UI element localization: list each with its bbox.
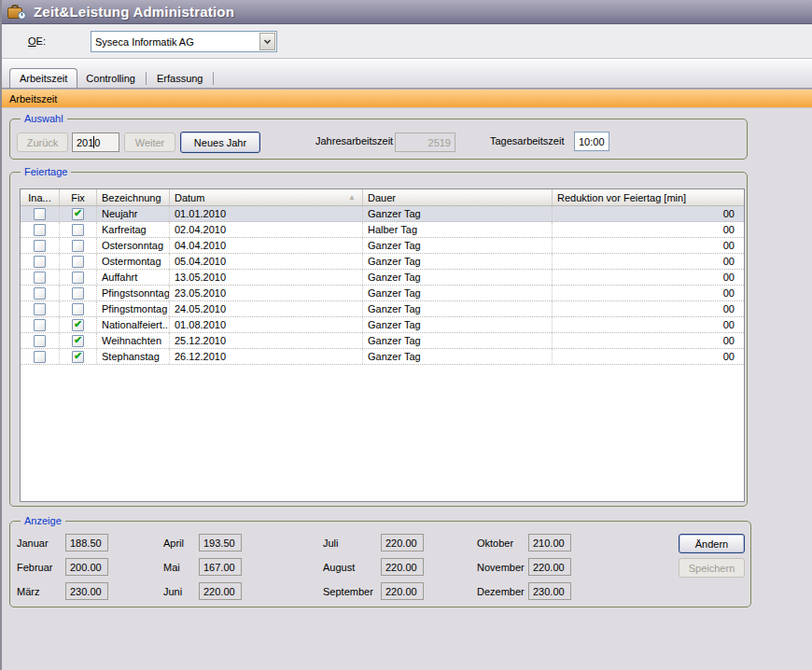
holiday-reduction: 00 bbox=[553, 270, 744, 285]
inactive-checkbox[interactable] bbox=[21, 270, 60, 285]
inactive-checkbox[interactable] bbox=[21, 317, 60, 332]
inactive-checkbox[interactable] bbox=[21, 349, 60, 364]
column-header-inactive[interactable]: Ina... bbox=[21, 189, 60, 205]
table-row[interactable]: Pfingstmontag 24.05.2010 Ganzer Tag 00 bbox=[21, 301, 744, 317]
auswahl-legend: Auswahl bbox=[21, 113, 67, 124]
holiday-name: Nationalfeiert... bbox=[97, 317, 170, 332]
month-value-field: 200.00 bbox=[65, 558, 108, 576]
fix-checkbox[interactable] bbox=[60, 286, 97, 300]
holiday-date: 05.04.2010 bbox=[170, 254, 363, 269]
fix-checkbox[interactable] bbox=[60, 301, 97, 316]
checkbox-icon bbox=[34, 287, 46, 300]
inactive-checkbox[interactable] bbox=[21, 238, 60, 253]
column-header-fix[interactable]: Fix bbox=[60, 189, 97, 205]
holiday-table: Ina... Fix Bezeichnung Datum ▲ Dauer Red… bbox=[20, 188, 745, 502]
month-value-field: 230.00 bbox=[528, 582, 571, 600]
month-label: Februar bbox=[17, 562, 65, 573]
table-row[interactable]: Karfreitag 02.04.2010 Halber Tag 00 bbox=[21, 222, 744, 238]
tab-separator bbox=[213, 72, 214, 85]
month-value-field: 193.50 bbox=[199, 534, 242, 551]
fix-checkbox[interactable] bbox=[60, 349, 97, 364]
month-label: Dezember bbox=[477, 586, 528, 597]
table-row[interactable]: Ostersonntag 04.04.2010 Ganzer Tag 00 bbox=[21, 238, 744, 254]
month-label: März bbox=[17, 586, 65, 597]
tab-erfassung[interactable]: Erfassung bbox=[148, 68, 212, 88]
inactive-checkbox[interactable] bbox=[21, 254, 60, 269]
save-button[interactable]: Speichern bbox=[679, 558, 745, 578]
next-button[interactable]: Weiter bbox=[124, 133, 175, 152]
table-header-row: Ina... Fix Bezeichnung Datum ▲ Dauer Red… bbox=[21, 189, 744, 206]
month-value-field: 220.00 bbox=[381, 534, 424, 551]
table-row[interactable]: Pfingstsonntag 23.05.2010 Ganzer Tag 00 bbox=[21, 286, 744, 301]
column-header-duration[interactable]: Dauer bbox=[363, 189, 553, 205]
holiday-duration: Ganzer Tag bbox=[363, 333, 553, 348]
feiertage-group: Feiertage Ina... Fix Bezeichnung Datum ▲… bbox=[9, 172, 748, 507]
fix-checkbox[interactable] bbox=[60, 222, 97, 237]
inactive-checkbox[interactable] bbox=[21, 286, 60, 300]
fix-checkbox[interactable] bbox=[60, 238, 97, 253]
section-header-title: Arbeitszeit bbox=[9, 93, 57, 105]
column-header-reduction[interactable]: Reduktion vor Feiertag [min] bbox=[553, 189, 744, 205]
column-header-date[interactable]: Datum ▲ bbox=[170, 189, 363, 205]
fix-checkbox[interactable] bbox=[60, 206, 97, 221]
inactive-checkbox[interactable] bbox=[21, 333, 60, 348]
feiertage-legend: Feiertage bbox=[21, 166, 71, 177]
inactive-checkbox[interactable] bbox=[21, 206, 60, 221]
month-label: Oktober bbox=[477, 537, 528, 549]
holiday-duration: Ganzer Tag bbox=[363, 349, 553, 364]
fix-checkbox[interactable] bbox=[60, 317, 97, 332]
month-label: Juli bbox=[323, 537, 381, 549]
back-button[interactable]: Zurück bbox=[17, 133, 68, 152]
oe-combobox[interactable]: Syseca Informatik AG bbox=[91, 31, 277, 52]
holiday-date: 26.12.2010 bbox=[170, 349, 363, 364]
year-input[interactable]: 2010 bbox=[72, 133, 119, 152]
holiday-name: Pfingstsonntag bbox=[97, 286, 170, 300]
checkbox-icon bbox=[34, 208, 46, 220]
fix-checkbox[interactable] bbox=[60, 270, 97, 285]
table-row[interactable]: Auffahrt 13.05.2010 Ganzer Tag 00 bbox=[21, 270, 744, 286]
new-year-button[interactable]: Neues Jahr bbox=[180, 132, 260, 153]
holiday-reduction: 00 bbox=[553, 317, 744, 332]
inactive-checkbox[interactable] bbox=[21, 222, 60, 237]
month-label: August bbox=[323, 562, 381, 573]
checkbox-icon bbox=[72, 335, 84, 347]
column-header-name[interactable]: Bezeichnung bbox=[97, 189, 170, 205]
holiday-duration: Halber Tag bbox=[363, 222, 553, 237]
holiday-reduction: 00 bbox=[553, 333, 744, 348]
table-row[interactable]: Ostermontag 05.04.2010 Ganzer Tag 00 bbox=[21, 254, 744, 270]
checkbox-icon bbox=[72, 351, 84, 363]
annual-worktime-label: Jahresarbeitszeit bbox=[315, 135, 393, 147]
table-row[interactable]: Weihnachten 25.12.2010 Ganzer Tag 00 bbox=[21, 333, 744, 349]
inactive-checkbox[interactable] bbox=[21, 301, 60, 316]
table-row[interactable]: Neujahr 01.01.2010 Ganzer Tag 00 bbox=[21, 206, 744, 222]
annual-worktime-field: 2519 bbox=[395, 133, 455, 152]
checkbox-icon bbox=[34, 256, 46, 268]
oe-label: OE: bbox=[28, 35, 46, 47]
holiday-duration: Ganzer Tag bbox=[363, 301, 553, 316]
holiday-duration: Ganzer Tag bbox=[363, 254, 553, 269]
table-row[interactable]: Nationalfeiert... 01.08.2010 Ganzer Tag … bbox=[21, 317, 744, 333]
sort-ascending-icon: ▲ bbox=[348, 193, 356, 202]
change-button[interactable]: Ändern bbox=[679, 534, 745, 553]
month-label: Mai bbox=[163, 562, 199, 573]
month-label: November bbox=[477, 562, 528, 573]
checkbox-icon bbox=[34, 351, 46, 363]
checkbox-icon bbox=[34, 303, 46, 315]
anzeige-group: Anzeige Januar188.50 Februar200.00 März2… bbox=[9, 521, 751, 607]
app-briefcase-clock-icon bbox=[7, 4, 26, 20]
holiday-date: 24.05.2010 bbox=[170, 301, 363, 316]
holiday-duration: Ganzer Tag bbox=[363, 238, 553, 253]
tab-controlling[interactable]: Controlling bbox=[77, 68, 144, 88]
daily-worktime-input[interactable]: 10:00 bbox=[574, 132, 609, 151]
checkbox-icon bbox=[72, 272, 84, 284]
tab-arbeitszeit[interactable]: Arbeitszeit bbox=[9, 68, 77, 88]
holiday-date: 25.12.2010 bbox=[170, 333, 363, 348]
holiday-duration: Ganzer Tag bbox=[363, 317, 553, 332]
holiday-reduction: 00 bbox=[553, 222, 744, 237]
chevron-down-icon[interactable] bbox=[259, 33, 275, 50]
section-header-bar: Arbeitszeit bbox=[2, 89, 812, 108]
fix-checkbox[interactable] bbox=[60, 254, 97, 269]
table-row[interactable]: Stephanstag 26.12.2010 Ganzer Tag 00 bbox=[21, 349, 744, 365]
fix-checkbox[interactable] bbox=[60, 333, 97, 348]
checkbox-icon bbox=[72, 224, 84, 236]
